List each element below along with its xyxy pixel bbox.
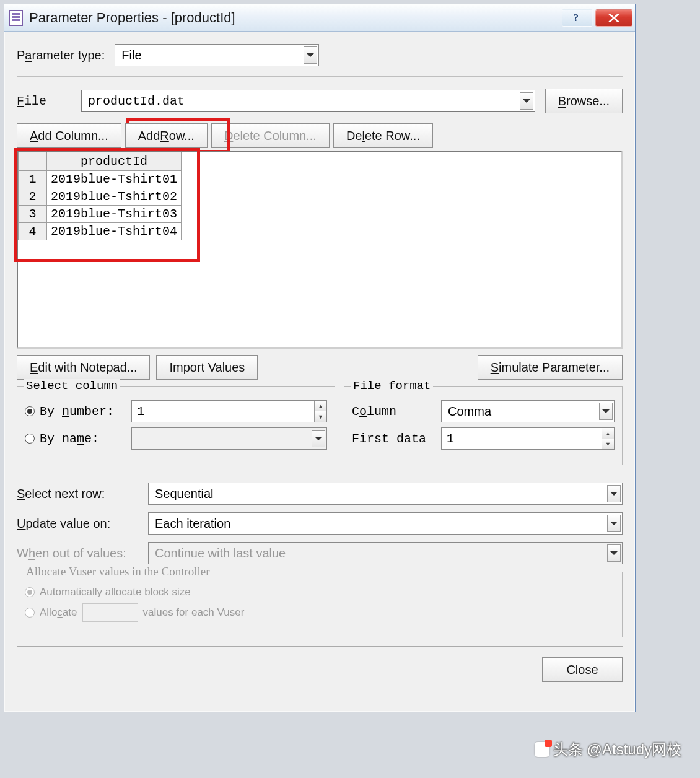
delete-row-button[interactable]: Delete Row... — [333, 123, 433, 148]
update-value-on-value: Each iteration — [155, 517, 230, 531]
parameter-type-label: Parameter type: — [17, 48, 105, 63]
file-value: productId.dat — [88, 94, 185, 108]
update-value-on-combo[interactable]: Each iteration — [148, 512, 623, 535]
table-corner — [19, 152, 47, 171]
when-out-of-values-value: Continue with last value — [155, 546, 286, 561]
watermark-icon — [535, 742, 549, 757]
browse-button[interactable]: Browse... — [545, 89, 623, 113]
column-delimiter-value: Comma — [448, 404, 491, 419]
by-number-radio[interactable] — [25, 406, 35, 416]
add-row-button[interactable]: Add Row... — [125, 123, 208, 148]
file-label: File — [17, 94, 71, 108]
spin-down-icon[interactable]: ▼ — [602, 439, 614, 449]
select-next-row-label: Select next row: — [17, 487, 141, 501]
row-number: 1 — [19, 171, 47, 188]
close-button[interactable]: Close — [542, 657, 623, 682]
data-table-area: productId 12019blue-Tshirt01 22019blue-T… — [17, 151, 623, 349]
first-data-spinner[interactable]: ▲▼ — [441, 427, 615, 450]
file-format-legend: File format — [351, 379, 433, 393]
file-format-group: File format Column Comma First data ▲▼ — [344, 386, 623, 465]
parameter-type-value: File — [121, 48, 141, 63]
window-title: Parameter Properties - [productId] — [29, 10, 559, 26]
import-values-button[interactable]: Import Values — [156, 355, 258, 380]
app-icon — [9, 10, 23, 26]
table-cell[interactable]: 2019blue-Tshirt01 — [47, 171, 182, 188]
data-table[interactable]: productId 12019blue-Tshirt01 22019blue-T… — [18, 152, 182, 240]
parameter-type-combo[interactable]: File — [115, 44, 319, 66]
titlebar: Parameter Properties - [productId] ? — [4, 4, 635, 32]
allocate-legend: Allocate Vuser values in the Controller — [24, 565, 212, 579]
row-number: 2 — [19, 188, 47, 206]
help-button[interactable]: ? — [562, 9, 593, 27]
allocate-vuser-group: Allocate Vuser values in the Controller … — [17, 572, 623, 637]
auto-allocate-radio — [25, 587, 35, 597]
spin-up-icon[interactable]: ▲ — [602, 428, 614, 439]
allocate-value-input — [82, 603, 138, 622]
dialog-window: Parameter Properties - [productId] ? Par… — [4, 4, 636, 712]
first-data-label: First data — [352, 432, 432, 446]
select-next-row-combo[interactable]: Sequential — [148, 483, 623, 505]
bottom-bar: Close — [17, 646, 623, 682]
client-area: Parameter type: File File productId.dat … — [4, 32, 635, 712]
add-column-button[interactable]: Add Column... — [17, 123, 121, 148]
values-each-label: values for each Vuser — [143, 606, 245, 619]
close-window-button[interactable] — [595, 9, 632, 27]
chevron-down-icon — [599, 403, 613, 420]
chevron-down-icon — [607, 485, 621, 502]
chevron-down-icon — [520, 92, 533, 110]
chevron-down-icon — [312, 430, 325, 447]
select-column-group: Select column By number: ▲▼ By name: — [17, 386, 335, 465]
table-cell[interactable]: 2019blue-Tshirt03 — [47, 206, 182, 223]
spin-down-icon[interactable]: ▼ — [314, 411, 326, 422]
select-next-row-value: Sequential — [155, 487, 214, 501]
delete-column-button: Delete Column... — [211, 123, 330, 148]
table-column-header[interactable]: productId — [47, 152, 182, 171]
update-value-on-label: Update value on: — [17, 517, 141, 531]
by-number-label: By number: — [40, 404, 126, 419]
spin-up-icon[interactable]: ▲ — [314, 401, 326, 411]
svg-text:?: ? — [574, 12, 579, 23]
row-number: 4 — [19, 223, 47, 240]
divider — [17, 76, 623, 77]
by-number-spinner[interactable]: ▲▼ — [131, 400, 327, 422]
edit-with-notepad-button[interactable]: Edit with Notepad... — [17, 355, 150, 380]
column-delimiter-combo[interactable]: Comma — [441, 400, 615, 422]
first-data-input[interactable] — [442, 432, 602, 446]
file-combo[interactable]: productId.dat — [81, 90, 535, 112]
column-delimiter-label: Column — [352, 404, 432, 419]
auto-allocate-label: Automatically allocate block size — [40, 586, 191, 598]
chevron-down-icon — [607, 515, 621, 532]
table-cell[interactable]: 2019blue-Tshirt02 — [47, 188, 182, 206]
select-column-legend: Select column — [24, 379, 120, 393]
allocate-label: Allocate — [40, 606, 77, 619]
when-out-of-values-combo: Continue with last value — [148, 542, 623, 564]
allocate-radio — [25, 608, 35, 618]
table-cell[interactable]: 2019blue-Tshirt04 — [47, 223, 182, 240]
by-name-combo — [131, 427, 327, 450]
simulate-parameter-button[interactable]: Simulate Parameter... — [478, 355, 623, 380]
by-number-input[interactable] — [132, 404, 314, 419]
watermark: 头条 @Atstudy网校 — [535, 740, 681, 759]
chevron-down-icon — [304, 46, 317, 64]
chevron-down-icon — [607, 544, 621, 562]
when-out-of-values-label: When out of values: — [17, 546, 141, 561]
row-number: 3 — [19, 206, 47, 223]
by-name-label: By name: — [40, 432, 126, 446]
by-name-radio[interactable] — [25, 434, 35, 444]
